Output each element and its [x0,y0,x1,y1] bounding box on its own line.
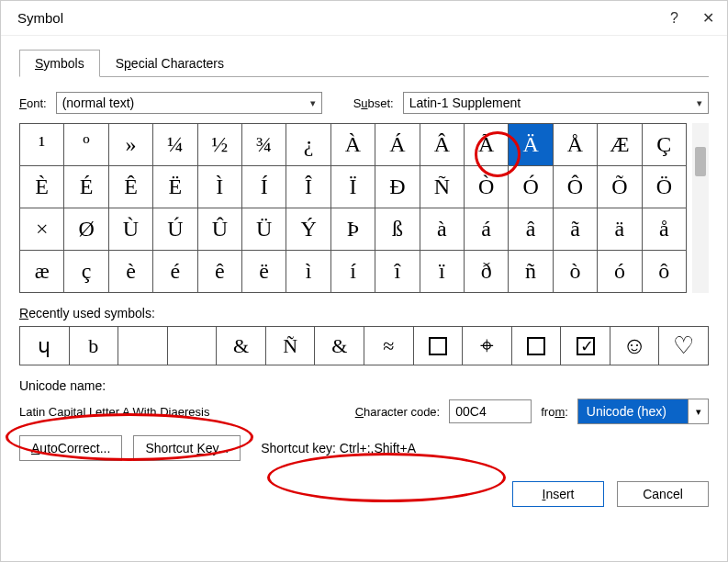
char-cell[interactable]: Î [286,166,330,208]
char-cell[interactable]: Ò [465,166,509,208]
char-cell[interactable]: ô [643,251,687,293]
char-cell[interactable]: ä [598,208,642,251]
font-value: (normal text) [62,96,135,110]
char-cell[interactable]: ½ [198,124,242,166]
char-cell[interactable]: Ä [509,124,553,166]
char-cell[interactable]: é [153,251,197,293]
tab-special-characters[interactable]: Special Characters [100,50,240,77]
char-cell[interactable]: ¿ [286,124,330,166]
font-combo[interactable]: (normal text) ▾ [56,92,322,114]
char-cell[interactable]: ó [598,251,642,293]
recent-cell[interactable] [561,327,610,365]
recent-cell[interactable]: & [217,327,266,365]
recent-grid[interactable]: ɥb&Ñ&≈⌖☺♡ [19,326,709,365]
char-cell[interactable]: ã [554,208,598,251]
char-cell[interactable]: ï [420,251,465,293]
recent-cell[interactable] [118,327,168,365]
char-cell[interactable]: Ë [153,166,197,208]
help-icon[interactable]: ? [670,10,678,27]
char-cell[interactable]: × [20,208,64,251]
char-cell[interactable]: Û [198,208,242,251]
titlebar: Symbol ? ✕ [1,1,727,36]
char-cell[interactable]: É [64,166,108,208]
char-cell[interactable]: á [465,208,509,251]
char-cell[interactable]: Í [242,166,286,208]
char-cell[interactable]: è [109,251,153,293]
char-cell[interactable]: ð [465,251,509,293]
tab-symbols[interactable]: Symbols [19,50,100,77]
recent-cell[interactable]: ⌖ [463,327,512,365]
window-title: Symbol [17,10,63,26]
recent-cell[interactable] [414,327,464,365]
recent-cell[interactable]: ☺ [610,327,660,365]
autocorrect-button[interactable]: AutoCorrect... [19,435,122,461]
char-cell[interactable]: Ì [198,166,242,208]
char-cell[interactable]: ß [375,208,420,251]
recent-label: Recently used symbols: [19,306,709,320]
char-cell[interactable]: » [109,124,153,166]
char-cell[interactable]: Ï [331,166,375,208]
char-cell[interactable]: Ã [465,124,509,166]
char-cell[interactable]: ¹ [20,124,64,166]
char-cell[interactable]: È [20,166,64,208]
char-cell[interactable]: Ê [109,166,153,208]
char-cell[interactable]: À [331,124,375,166]
char-cell[interactable]: Á [375,124,420,166]
char-code-input[interactable]: 00C4 [449,399,532,423]
char-cell[interactable]: Ô [554,166,598,208]
char-cell[interactable]: å [643,208,687,251]
char-cell[interactable]: Ü [242,208,286,251]
char-cell[interactable]: ì [286,251,330,293]
char-cell[interactable]: í [331,251,375,293]
char-cell[interactable]: ¼ [153,124,197,166]
recent-cell[interactable]: ♡ [659,327,709,365]
recent-cell[interactable]: ɥ [20,327,70,365]
char-cell[interactable]: æ [20,251,64,293]
char-cell[interactable]: Ó [509,166,553,208]
font-label: Font: [19,96,47,110]
char-cell[interactable]: Å [554,124,598,166]
char-cell[interactable]: º [64,124,108,166]
recent-cell[interactable]: b [70,327,119,365]
cancel-button[interactable]: Cancel [617,481,709,507]
char-cell[interactable]: ç [64,251,108,293]
chevron-down-icon: ▾ [688,399,708,423]
unicode-name: Latin Capital Letter A With Diaeresis [19,405,346,419]
scrollbar-thumb[interactable] [695,147,706,176]
char-cell[interactable]: Ù [109,208,153,251]
insert-button[interactable]: Insert [512,481,604,507]
recent-cell[interactable] [168,327,218,365]
char-cell[interactable]: â [509,208,553,251]
char-cell[interactable]: Þ [331,208,375,251]
char-cell[interactable]: Ç [643,124,687,166]
char-cell[interactable]: ò [554,251,598,293]
char-cell[interactable]: Ú [153,208,197,251]
char-cell[interactable]: ë [242,251,286,293]
char-cell[interactable]: Ö [643,166,687,208]
char-cell[interactable]: Ý [286,208,330,251]
char-cell[interactable]: Ð [375,166,420,208]
recent-cell[interactable]: & [315,327,364,365]
subset-combo[interactable]: Latin-1 Supplement ▾ [403,92,709,114]
char-cell[interactable]: ñ [509,251,553,293]
recent-cell[interactable] [512,327,562,365]
char-cell[interactable]: Ñ [420,166,465,208]
char-cell[interactable]: Æ [598,124,642,166]
close-icon[interactable]: ✕ [702,9,714,27]
char-cell[interactable]: Õ [598,166,642,208]
char-cell[interactable]: Ø [64,208,108,251]
shortcut-key-button[interactable]: Shortcut Key... [133,435,241,461]
char-cell[interactable]: ¾ [242,124,286,166]
grid-scrollbar[interactable] [692,123,709,293]
char-cell[interactable]: î [375,251,420,293]
recent-cell[interactable]: ≈ [364,327,414,365]
char-cell[interactable]: à [420,208,465,251]
char-cell[interactable]: ê [198,251,242,293]
character-grid[interactable]: ¹º»¼½¾¿ÀÁÂÃÄÅÆÇÈÉÊËÌÍÎÏÐÑÒÓÔÕÖ×ØÙÚÛÜÝÞßà… [19,123,687,293]
char-cell[interactable]: Â [420,124,465,166]
chevron-down-icon: ▾ [310,97,316,109]
from-label: from: [541,405,568,419]
from-combo[interactable]: Unicode (hex) ▾ [577,399,709,424]
underline-letter: S [35,56,43,71]
recent-cell[interactable]: Ñ [266,327,316,365]
